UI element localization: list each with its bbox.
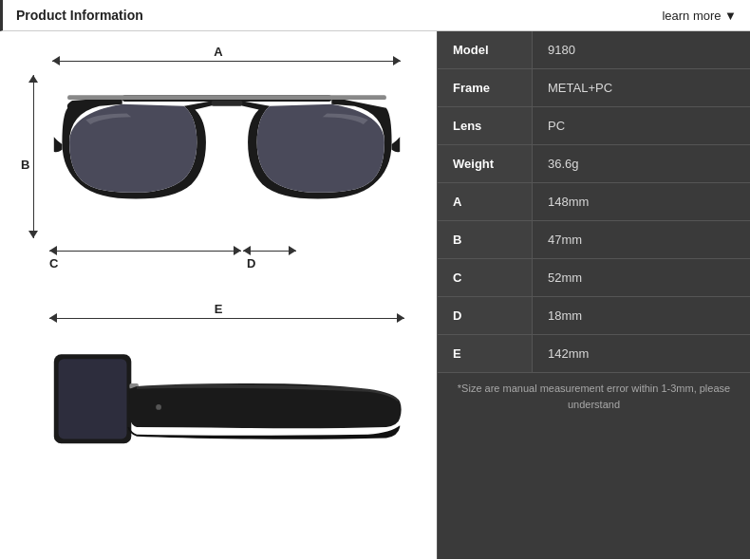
svg-point-7: [156, 404, 161, 410]
arrow-e: [49, 311, 404, 325]
spec-row: D18mm: [438, 297, 750, 335]
diagram-panel: A B: [0, 31, 437, 559]
spec-label: D: [438, 297, 533, 334]
spec-label: C: [438, 259, 533, 296]
spec-row: Model9180: [438, 31, 750, 69]
glasses-front-view: [49, 73, 404, 239]
label-d: D: [247, 256, 255, 271]
label-c: C: [49, 256, 58, 271]
spec-value: PC: [533, 107, 750, 144]
page-header: Product Information learn more ▼: [0, 0, 750, 31]
page-title: Product Information: [16, 8, 143, 23]
spec-label: Frame: [438, 69, 533, 106]
label-b: B: [21, 158, 29, 172]
spec-value: 18mm: [533, 297, 750, 334]
label-e: E: [215, 302, 223, 316]
spec-value: 148mm: [533, 183, 750, 220]
spec-value: METAL+PC: [533, 69, 750, 106]
measurement-note: *Size are manual measurement error withi…: [438, 373, 750, 420]
spec-value: 9180: [533, 31, 750, 68]
spec-row: C52mm: [438, 259, 750, 297]
spec-row: E142mm: [438, 335, 750, 373]
spec-value: 52mm: [533, 259, 750, 296]
arrow-cd: [49, 244, 404, 257]
spec-label: B: [438, 221, 533, 258]
spec-label: E: [438, 335, 533, 372]
spec-label: Lens: [438, 107, 533, 144]
learn-more-link[interactable]: learn more ▼: [662, 9, 737, 23]
arrow-a: [52, 54, 401, 67]
svg-rect-1: [212, 101, 243, 106]
spec-label: Model: [438, 31, 533, 68]
spec-row: Weight36.6g: [438, 145, 750, 183]
specs-panel: Model9180FrameMETAL+PCLensPCWeight36.6gA…: [437, 31, 750, 559]
glasses-side-view: [49, 328, 404, 485]
spec-row: LensPC: [438, 107, 750, 145]
svg-rect-4: [59, 359, 127, 439]
label-a: A: [214, 45, 222, 59]
spec-label: Weight: [438, 145, 533, 182]
spec-value: 142mm: [533, 335, 750, 372]
side-view-area: E: [19, 302, 418, 511]
spec-row: A148mm: [438, 183, 750, 221]
spec-value: 47mm: [533, 221, 750, 258]
main-content: A B: [0, 31, 750, 559]
svg-rect-2: [67, 95, 386, 100]
specs-table: Model9180FrameMETAL+PCLensPCWeight36.6gA…: [438, 31, 750, 373]
spec-label: A: [438, 183, 533, 220]
spec-value: 36.6g: [533, 145, 750, 182]
spec-row: FrameMETAL+PC: [438, 69, 750, 107]
spec-row: B47mm: [438, 221, 750, 259]
arrow-b: [27, 75, 40, 238]
